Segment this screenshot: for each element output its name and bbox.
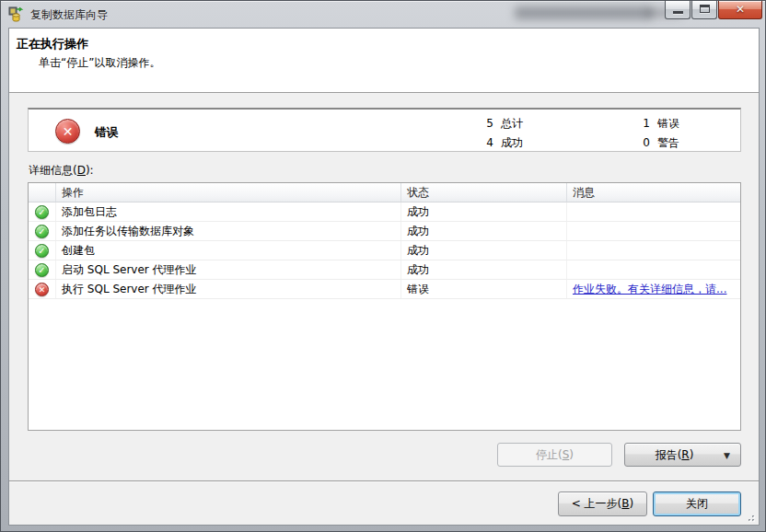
error-message-link[interactable]: 作业失败。有关详细信息，请... (573, 282, 726, 297)
minimize-icon (673, 11, 683, 14)
table-row[interactable]: 添加包日志 成功 (29, 202, 740, 222)
details-grid-header: 操作 状态 消息 (29, 183, 740, 202)
column-header-icon[interactable] (29, 183, 56, 202)
summary-counts-right: 1 错误 0 警告 (604, 114, 679, 153)
details-label: 详细信息(D): (29, 163, 94, 179)
total-count-label: 总计 (501, 114, 523, 133)
success-count: 4 (438, 133, 493, 153)
error-status-icon (55, 119, 80, 144)
maximize-icon (700, 5, 710, 13)
page-title: 正在执行操作 (17, 36, 88, 52)
action-cell: 添加任务以传输数据库对象 (56, 222, 401, 240)
success-count-label: 成功 (501, 133, 523, 153)
error-count-label: 错误 (657, 114, 679, 133)
caption-buttons: ✕ (665, 1, 762, 19)
report-button[interactable]: 报告(R) ▼ (624, 443, 741, 467)
total-count: 5 (438, 114, 493, 133)
details-grid: 操作 状态 消息 添加包日志 成功 添加任务以传输数据库对象 成功 创建包 成功… (28, 182, 741, 431)
copy-database-wizard-window: 复制数据库向导 ✕ 正在执行操作 单击“停止”以取消操作。 错误 5 (0, 0, 766, 532)
close-window-button[interactable]: ✕ (718, 1, 762, 19)
message-cell (567, 241, 740, 260)
titlebar[interactable]: 复制数据库向导 ✕ (1, 1, 765, 28)
success-icon (35, 244, 49, 258)
summary-counts-left: 5 总计 4 成功 (438, 114, 523, 153)
error-icon (35, 283, 49, 296)
details-table-body: 添加包日志 成功 添加任务以传输数据库对象 成功 创建包 成功 启动 SQL S… (29, 202, 740, 299)
window-title: 复制数据库向导 (30, 7, 108, 23)
success-icon (35, 205, 49, 219)
copy-database-wizard-icon (8, 6, 25, 23)
action-cell: 启动 SQL Server 代理作业 (56, 260, 401, 279)
action-cell: 创建包 (56, 241, 401, 260)
status-cell: 成功 (401, 260, 567, 279)
dialog-client-area: 正在执行操作 单击“停止”以取消操作。 错误 5 总计 4 成功 1 错误 0 … (8, 28, 760, 526)
back-button[interactable]: < 上一步(B) (558, 492, 647, 516)
page-subtitle: 单击“停止”以取消操作。 (39, 55, 160, 71)
success-icon (35, 263, 49, 277)
warning-count-label: 警告 (657, 133, 679, 153)
column-header-action[interactable]: 操作 (56, 183, 401, 202)
column-header-status[interactable]: 状态 (401, 183, 567, 202)
maximize-button[interactable] (691, 1, 717, 19)
success-icon (35, 225, 49, 238)
table-row[interactable]: 执行 SQL Server 代理作业 错误 作业失败。有关详细信息，请... (29, 280, 740, 299)
warning-count: 0 (604, 133, 650, 153)
status-cell: 成功 (401, 241, 567, 260)
execution-summary-panel: 错误 5 总计 4 成功 1 错误 0 警告 (28, 108, 741, 152)
stop-button[interactable]: 停止(S) (497, 443, 612, 467)
status-cell: 错误 (401, 280, 567, 298)
error-count: 1 (604, 114, 650, 133)
message-cell (567, 202, 740, 221)
message-cell (567, 260, 740, 279)
close-icon: ✕ (719, 3, 761, 16)
table-row[interactable]: 添加任务以传输数据库对象 成功 (29, 222, 740, 241)
message-cell (567, 222, 740, 240)
close-button[interactable]: 关闭 (653, 492, 741, 516)
status-cell: 成功 (401, 222, 567, 240)
table-row[interactable]: 创建包 成功 (29, 241, 740, 260)
summary-status-label: 错误 (95, 125, 118, 141)
wizard-header: 正在执行操作 单击“停止”以取消操作。 (9, 29, 759, 93)
status-cell: 成功 (401, 202, 567, 221)
column-header-message[interactable]: 消息 (567, 183, 740, 202)
titlebar-blur-artifact (515, 6, 653, 19)
dropdown-arrow-icon: ▼ (724, 452, 730, 460)
resize-grip[interactable] (745, 511, 756, 522)
action-cell: 执行 SQL Server 代理作业 (56, 280, 401, 298)
footer-divider (9, 480, 759, 482)
message-cell: 作业失败。有关详细信息，请... (567, 280, 740, 298)
table-row[interactable]: 启动 SQL Server 代理作业 成功 (29, 260, 740, 280)
minimize-button[interactable] (665, 1, 691, 19)
action-cell: 添加包日志 (56, 202, 401, 221)
